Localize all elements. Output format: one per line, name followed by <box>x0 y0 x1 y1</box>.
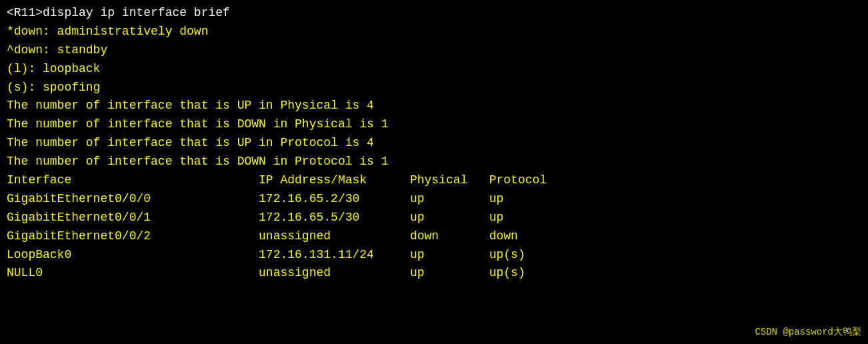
terminal-line-2: ^down: standby <box>7 41 861 60</box>
terminal-line-13: GigabitEthernet0/0/2 unassigned down dow… <box>7 227 861 246</box>
terminal-line-0: <R11>display ip interface brief <box>7 4 861 23</box>
terminal-line-4: (s): spoofing <box>7 79 861 97</box>
terminal-line-5: The number of interface that is UP in Ph… <box>7 97 861 115</box>
terminal-line-6: The number of interface that is DOWN in … <box>7 115 861 134</box>
terminal-line-8: The number of interface that is DOWN in … <box>7 153 861 171</box>
terminal-line-12: GigabitEthernet0/0/1 172.16.65.5/30 up u… <box>7 209 861 227</box>
terminal-line-1: *down: administratively down <box>7 23 861 41</box>
terminal-line-14: LoopBack0 172.16.131.11/24 up up(s) <box>7 246 861 265</box>
watermark: CSDN @password大鸭梨 <box>755 325 861 340</box>
terminal-line-15: NULL0 unassigned up up(s) <box>7 264 861 283</box>
terminal-line-11: GigabitEthernet0/0/0 172.16.65.2/30 up u… <box>7 190 861 209</box>
terminal-line-10: Interface IP Address/Mask Physical Proto… <box>7 171 861 190</box>
terminal-line-3: (l): loopback <box>7 60 861 79</box>
terminal-line-7: The number of interface that is UP in Pr… <box>7 134 861 153</box>
terminal-window: <R11>display ip interface brief*down: ad… <box>0 0 868 344</box>
